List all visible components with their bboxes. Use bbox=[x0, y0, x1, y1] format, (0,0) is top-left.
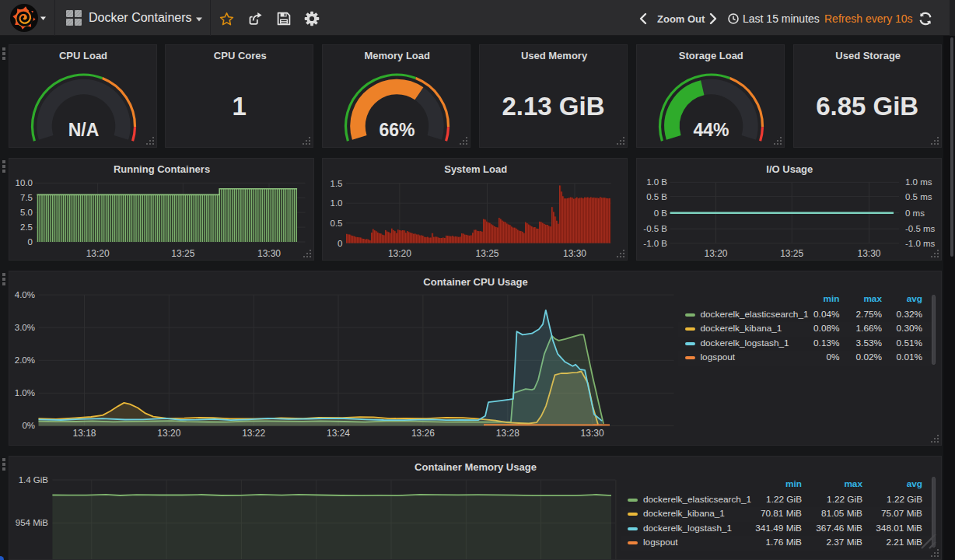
svg-text:N/A: N/A bbox=[68, 120, 99, 140]
svg-text:0: 0 bbox=[27, 237, 32, 247]
svg-text:0.5 ms: 0.5 ms bbox=[905, 192, 932, 201]
svg-text:0 B: 0 B bbox=[654, 208, 668, 218]
svg-text:7.5: 7.5 bbox=[20, 193, 33, 202]
svg-text:0.5 B: 0.5 B bbox=[646, 192, 667, 201]
svg-text:-0.5 B: -0.5 B bbox=[643, 224, 667, 233]
svg-text:66%: 66% bbox=[380, 120, 415, 140]
svg-text:13:30: 13:30 bbox=[857, 248, 880, 259]
svg-text:0.5: 0.5 bbox=[331, 219, 343, 228]
svg-text:-0.5 ms: -0.5 ms bbox=[905, 224, 936, 233]
svg-text:5.0: 5.0 bbox=[20, 208, 33, 217]
svg-text:13:20: 13:20 bbox=[388, 248, 411, 259]
svg-text:-1.0 ms: -1.0 ms bbox=[905, 239, 936, 248]
svg-text:1.0 B: 1.0 B bbox=[646, 177, 667, 187]
svg-text:13:30: 13:30 bbox=[257, 248, 280, 259]
svg-text:2.5: 2.5 bbox=[20, 222, 33, 232]
svg-text:1.5: 1.5 bbox=[331, 179, 343, 188]
svg-text:13:25: 13:25 bbox=[780, 248, 803, 259]
svg-text:13:25: 13:25 bbox=[171, 248, 194, 259]
svg-text:10.0: 10.0 bbox=[15, 178, 32, 187]
svg-text:13:30: 13:30 bbox=[563, 248, 586, 259]
svg-text:13:20: 13:20 bbox=[704, 248, 727, 259]
svg-text:1.0 ms: 1.0 ms bbox=[905, 177, 932, 187]
svg-text:13:25: 13:25 bbox=[476, 248, 499, 259]
svg-text:-1.0 B: -1.0 B bbox=[643, 239, 667, 248]
svg-text:0: 0 bbox=[338, 239, 342, 248]
svg-text:44%: 44% bbox=[693, 120, 729, 140]
svg-text:13:20: 13:20 bbox=[86, 248, 109, 259]
svg-text:0 ms: 0 ms bbox=[905, 208, 925, 218]
svg-text:1.0: 1.0 bbox=[331, 198, 343, 208]
